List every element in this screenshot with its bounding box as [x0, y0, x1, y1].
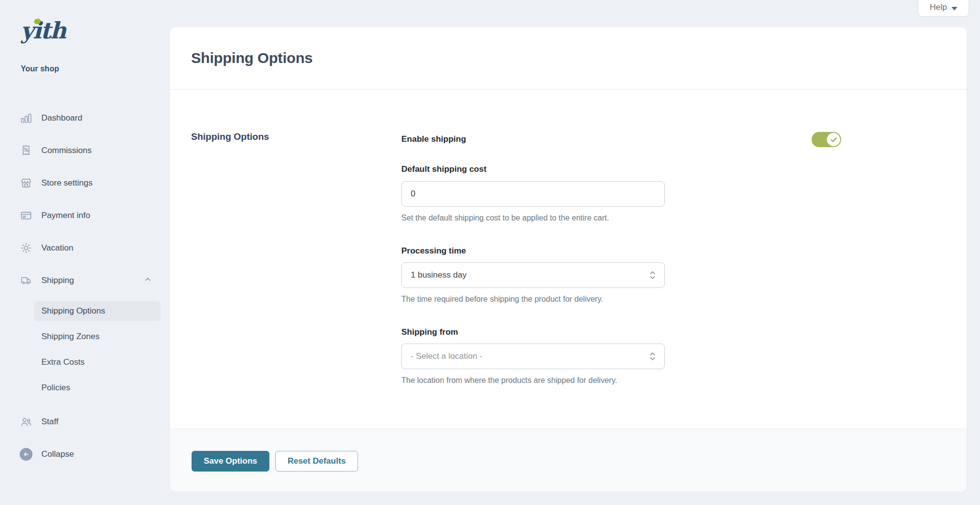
shipping-from-help: The location from where the products are… [401, 376, 617, 385]
sidebar-item-store-settings[interactable]: Store settings [20, 175, 152, 191]
collapse-arrow-icon [20, 448, 33, 461]
sidebar-subitem-label: Policies [41, 383, 70, 393]
enable-shipping-toggle[interactable] [812, 132, 841, 147]
sidebar: yith Your shop Dashboard Commissions Sto… [0, 0, 170, 505]
save-options-button[interactable]: Save Options [192, 451, 269, 472]
yith-logo-text: yith [21, 17, 65, 44]
sidebar-item-label: Dashboard [41, 113, 82, 123]
shipping-from-placeholder: - Select a location - [411, 351, 483, 361]
main-panel: Shipping Options Shipping Options Enable… [170, 27, 967, 491]
chevron-up-icon[interactable] [144, 276, 152, 285]
save-options-label: Save Options [204, 456, 258, 466]
sidebar-subitem-label: Shipping Zones [41, 332, 99, 342]
sidebar-item-label: Staff [41, 417, 59, 427]
panel-footer: Save Options Reset Defaults [170, 429, 967, 492]
shipping-from-select[interactable]: - Select a location - [401, 344, 665, 369]
select-arrows-icon [649, 270, 656, 281]
sidebar-subitem-shipping-zones[interactable]: Shipping Zones [34, 327, 161, 347]
default-cost-label: Default shipping cost [401, 164, 487, 174]
page-title: Shipping Options [191, 50, 313, 66]
sidebar-item-vacation[interactable]: Vacation [20, 240, 152, 256]
panel-header: Shipping Options [170, 27, 967, 90]
reset-defaults-button[interactable]: Reset Defaults [275, 451, 358, 472]
sidebar-item-collapse[interactable]: Collapse [20, 446, 152, 462]
truck-icon [20, 274, 33, 287]
sidebar-subitem-label: Shipping Options [41, 306, 105, 316]
sidebar-item-label: Commissions [41, 146, 92, 156]
bar-chart-icon [20, 112, 33, 125]
processing-time-value: 1 business day [411, 270, 466, 280]
reset-defaults-label: Reset Defaults [288, 456, 346, 466]
processing-time-help: The time required before shipping the pr… [401, 295, 603, 304]
sidebar-item-commissions[interactable]: Commissions [20, 143, 152, 158]
sidebar-subitem-extra-costs[interactable]: Extra Costs [34, 352, 161, 372]
processing-time-select[interactable]: 1 business day [401, 262, 665, 288]
help-dropdown-button[interactable]: Help [918, 0, 969, 17]
check-icon [830, 137, 837, 143]
sidebar-item-label: Collapse [41, 449, 74, 459]
sidebar-subitem-label: Extra Costs [41, 357, 85, 367]
help-label: Help [930, 2, 947, 12]
shop-name: Your shop [21, 64, 59, 73]
sidebar-item-dashboard[interactable]: Dashboard [20, 110, 152, 126]
sidebar-item-label: Vacation [41, 243, 73, 253]
sidebar-item-staff[interactable]: Staff [20, 414, 152, 430]
sidebar-item-label: Payment info [41, 211, 90, 221]
default-cost-input[interactable] [401, 181, 665, 207]
enable-shipping-label: Enable shipping [401, 134, 466, 144]
receipt-percent-icon [20, 144, 33, 157]
sidebar-item-shipping[interactable]: Shipping [20, 273, 152, 288]
processing-time-label: Processing time [401, 246, 466, 256]
sun-icon [20, 242, 33, 254]
storefront-icon [20, 177, 33, 189]
yith-logo: yith [21, 15, 65, 52]
select-arrows-icon [649, 351, 656, 362]
sidebar-item-payment-info[interactable]: Payment info [20, 208, 152, 223]
app-root: Help yith Your shop Dashboard Commission… [0, 0, 980, 505]
sidebar-item-label: Store settings [41, 178, 93, 188]
section-title: Shipping Options [191, 131, 269, 142]
credit-card-icon [20, 209, 33, 222]
users-icon [20, 415, 33, 428]
sidebar-item-label: Shipping [41, 276, 74, 285]
toggle-knob [827, 133, 840, 146]
sidebar-subitem-policies[interactable]: Policies [34, 378, 161, 398]
default-cost-help: Set the default shipping cost to be appl… [401, 214, 609, 222]
caret-down-icon [951, 7, 957, 10]
sidebar-subitem-shipping-options[interactable]: Shipping Options [34, 301, 161, 321]
shipping-from-label: Shipping from [401, 327, 458, 337]
